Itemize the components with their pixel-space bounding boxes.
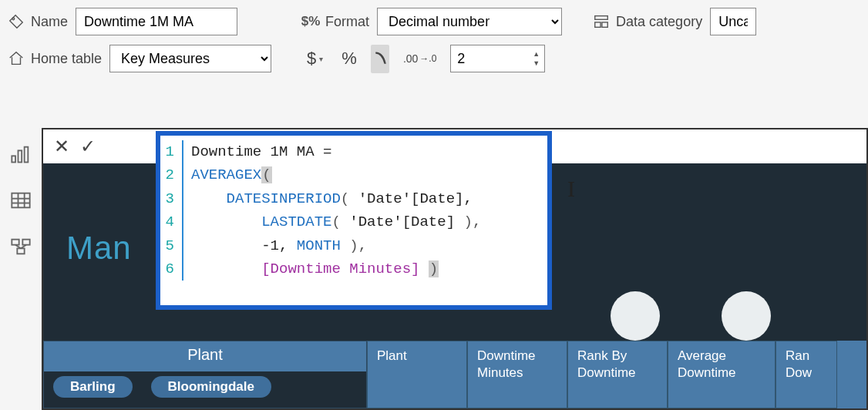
thousands-separator-button[interactable]: ৲ <box>371 45 389 73</box>
code-line[interactable]: 4 LASTDATE( 'Date'[Date] ), <box>163 210 544 234</box>
svg-rect-6 <box>25 147 29 163</box>
line-number: 2 <box>163 163 183 187</box>
svg-rect-5 <box>19 150 22 162</box>
table-header-cell[interactable]: Ran Dow <box>775 341 837 408</box>
line-number: 5 <box>163 234 183 257</box>
format-label: $% Format <box>302 13 369 30</box>
slicer-header: Plant <box>44 341 366 371</box>
code-line[interactable]: 6 [Downtime Minutes] ) <box>163 257 544 281</box>
table-header-cell[interactable]: Plant <box>367 341 467 408</box>
line-number: 1 <box>163 140 183 163</box>
table-header-cell[interactable]: Downtime Minutes <box>467 341 567 408</box>
code-line[interactable]: 3 DATESINPERIOD( 'Date'[Date], <box>163 187 544 210</box>
dax-editor[interactable]: 1Downtime 1M MA = 2AVERAGEX(3 DATESINPER… <box>156 131 552 310</box>
name-label-text: Name <box>31 14 68 30</box>
formula-commit-button[interactable]: ✓ <box>80 136 96 157</box>
decimal-places-spinner[interactable]: ▲ ▼ <box>450 45 545 72</box>
bottom-visuals: Plant BarlingBloomingdale PlantDowntime … <box>43 341 866 408</box>
table-visual[interactable]: PlantDowntime MinutesRank By DowntimeAve… <box>367 341 866 408</box>
name-label: Name <box>8 13 68 30</box>
report-view-icon[interactable] <box>10 145 32 163</box>
slicer-button[interactable]: Bloomingdale <box>151 376 271 398</box>
format-label-text: Format <box>325 14 369 30</box>
code-line[interactable]: 1Downtime 1M MA = <box>163 140 544 163</box>
home-table-label: Home table <box>8 50 102 67</box>
decimal-places-input[interactable] <box>451 48 528 70</box>
plant-slicer[interactable]: Plant BarlingBloomingdale <box>43 341 367 408</box>
table-header-cell[interactable]: Average Downtime <box>668 341 775 408</box>
ribbon-group-structure: Name Home table Key Measures Structure <box>8 6 271 119</box>
model-view-icon[interactable] <box>10 237 32 256</box>
ribbon: Name Home table Key Measures Structure $ <box>0 0 868 119</box>
data-category-label-text: Data category <box>616 14 702 30</box>
table-header-cell[interactable]: Rank By Downtime <box>567 341 668 408</box>
home-table-label-text: Home table <box>31 51 102 67</box>
home-icon <box>8 50 25 67</box>
decimal-places-button[interactable]: .00→.0 <box>399 52 441 66</box>
code-line[interactable]: 5 -1, MONTH ), <box>163 234 544 257</box>
svg-rect-13 <box>22 240 29 245</box>
report-canvas: ✕ ✓ 1Downtime 1M MA = 2AVERAGEX(3 DATESI… <box>42 128 868 410</box>
data-category-label: Data category <box>593 13 702 30</box>
line-number: 6 <box>163 257 183 281</box>
svg-point-0 <box>12 18 15 20</box>
name-input[interactable] <box>76 8 237 35</box>
formula-cancel-button[interactable]: ✕ <box>54 136 69 157</box>
svg-rect-7 <box>12 193 29 208</box>
svg-rect-14 <box>17 248 24 254</box>
svg-rect-2 <box>595 22 601 27</box>
line-number: 3 <box>163 187 183 210</box>
home-table-select[interactable]: Key Measures <box>109 45 271 72</box>
svg-rect-12 <box>12 240 19 245</box>
format-icon: $% <box>302 13 319 30</box>
svg-rect-1 <box>595 16 608 20</box>
spinner-up-icon[interactable]: ▲ <box>533 50 540 58</box>
slicer-button[interactable]: Barling <box>53 376 133 398</box>
category-icon <box>593 13 610 30</box>
report-title: Man <box>66 230 132 267</box>
ribbon-group-properties: Data category Properties <box>593 6 756 119</box>
code-line[interactable]: 2AVERAGEX( <box>163 163 544 187</box>
data-category-select[interactable] <box>710 8 756 35</box>
kpi-card <box>611 291 660 341</box>
svg-rect-3 <box>602 22 607 27</box>
text-cursor-icon: I <box>567 176 575 202</box>
ribbon-group-formatting: $% Format Decimal number $▾ % ৲ .00→.0 <box>302 6 562 119</box>
tag-icon <box>8 13 25 30</box>
percent-button[interactable]: % <box>337 47 362 70</box>
kpi-card <box>722 291 771 341</box>
view-switcher <box>0 131 42 256</box>
data-view-icon[interactable] <box>10 191 32 210</box>
svg-rect-4 <box>12 156 15 162</box>
spinner-down-icon[interactable]: ▼ <box>533 59 540 67</box>
line-number: 4 <box>163 210 183 234</box>
format-select[interactable]: Decimal number <box>377 8 562 35</box>
currency-button[interactable]: $▾ <box>302 47 328 70</box>
